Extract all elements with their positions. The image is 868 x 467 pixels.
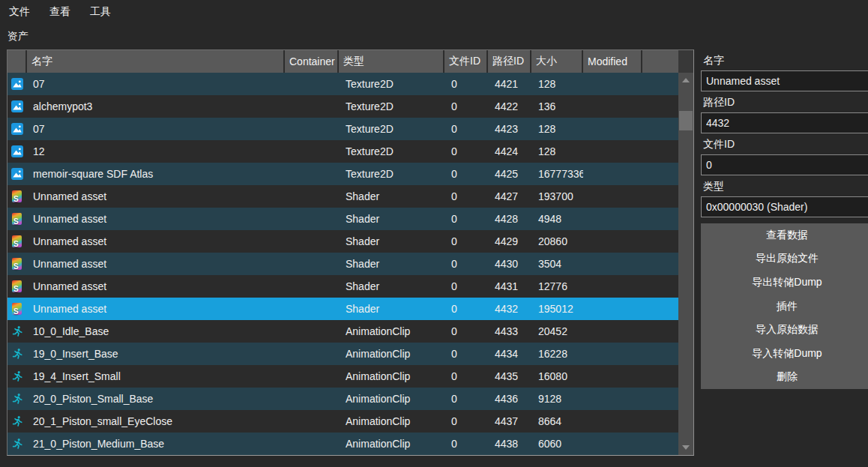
cell-fileid: 0 [444, 410, 488, 433]
pathid-field-label: 路径ID [703, 96, 868, 109]
cell-modified [583, 388, 642, 410]
cell-type: Texture2D [339, 140, 444, 163]
header-name-column[interactable]: 名字 [27, 50, 285, 73]
shader-icon [12, 280, 22, 292]
cell-size: 8664 [531, 410, 583, 433]
table-row[interactable]: 19_4_Insert_Small AnimationClip 0 4435 1… [7, 365, 678, 388]
table-row[interactable]: 20_0_Piston_Small_Base AnimationClip 0 4… [7, 388, 678, 410]
type-field[interactable] [701, 196, 868, 217]
scrollbar-thumb[interactable] [679, 111, 693, 130]
cell-extra [642, 433, 678, 455]
cell-pathid: 4438 [488, 433, 531, 455]
header-extra-column[interactable] [642, 50, 678, 73]
header-icon-column[interactable] [7, 50, 27, 73]
table-row[interactable]: 19_0_Insert_Base AnimationClip 0 4434 16… [7, 343, 678, 365]
cell-container [285, 118, 339, 140]
cell-fileid: 0 [444, 365, 488, 388]
plugin-button[interactable]: 插件 [701, 295, 868, 319]
cell-fileid: 0 [444, 253, 488, 275]
cell-size: 136 [531, 95, 583, 118]
cell-type: Shader [339, 230, 444, 253]
cell-modified [583, 343, 642, 365]
cell-fileid: 0 [444, 230, 488, 253]
cell-pathid: 4432 [488, 298, 531, 320]
cell-pathid: 4427 [488, 185, 531, 208]
detail-panel: 名字 路径ID 文件ID 类型 查看数据 导出原始文件 导出转储Dump 插件 … [701, 49, 868, 389]
scroll-up-button[interactable] [678, 73, 693, 88]
cell-container [285, 343, 339, 365]
scroll-down-button[interactable] [678, 440, 693, 455]
table-row[interactable]: 12 Texture2D 0 4424 128 [7, 140, 678, 163]
table-row[interactable]: 07 Texture2D 0 4423 128 [7, 118, 678, 140]
header-fileid-column[interactable]: 文件ID [444, 50, 488, 73]
cell-pathid: 4429 [488, 230, 531, 253]
arrow-up-icon [682, 78, 690, 82]
header-pathid-column[interactable]: 路径ID [488, 50, 531, 73]
fileid-field[interactable] [701, 154, 868, 175]
cell-pathid: 4430 [488, 253, 531, 275]
export-dump-button[interactable]: 导出转储Dump [701, 271, 868, 295]
table-row[interactable]: 07 Texture2D 0 4421 128 [7, 73, 678, 95]
table-row[interactable]: 20_1_Piston_small_EyeClose AnimationClip… [7, 410, 678, 433]
export-raw-button[interactable]: 导出原始文件 [701, 247, 868, 271]
cell-name: Unnamed asset [27, 275, 285, 298]
cell-name: 12 [27, 140, 285, 163]
header-size-column[interactable]: 大小 [531, 50, 583, 73]
menu-item-view[interactable]: 查看 [48, 4, 72, 19]
table-row[interactable]: Unnamed asset Shader 0 4427 193700 [7, 185, 678, 208]
table-row[interactable]: Unnamed asset Shader 0 4429 20860 [7, 230, 678, 253]
cell-extra [642, 185, 678, 208]
cell-type: AnimationClip [339, 410, 444, 433]
cell-fileid: 0 [444, 388, 488, 410]
name-field[interactable] [701, 70, 868, 91]
table-row[interactable]: alchemypot3 Texture2D 0 4422 136 [7, 95, 678, 118]
pathid-field[interactable] [701, 112, 868, 133]
cell-extra [642, 275, 678, 298]
cell-container [285, 410, 339, 433]
cell-fileid: 0 [444, 275, 488, 298]
table-row[interactable]: Unnamed asset Shader 0 4430 3504 [7, 253, 678, 275]
cell-pathid: 4434 [488, 343, 531, 365]
table-row[interactable]: memoir-square SDF Atlas Texture2D 0 4425… [7, 163, 678, 185]
cell-size: 12776 [531, 275, 583, 298]
table-row[interactable]: 21_0_Piston_Medium_Base AnimationClip 0 … [7, 433, 678, 455]
cell-pathid: 4437 [488, 410, 531, 433]
cell-modified [583, 208, 642, 230]
cell-pathid: 4436 [488, 388, 531, 410]
cell-name: Unnamed asset [27, 253, 285, 275]
name-field-label: 名字 [703, 54, 868, 67]
cell-container [285, 208, 339, 230]
cell-size: 9128 [531, 388, 583, 410]
table-row[interactable]: 10_0_Idle_Base AnimationClip 0 4433 2045… [7, 320, 678, 343]
cell-container [285, 253, 339, 275]
action-button-panel: 查看数据 导出原始文件 导出转储Dump 插件 导入原始数据 导入转储Dump … [701, 223, 868, 389]
shader-icon [12, 303, 22, 315]
header-modified-column[interactable]: Modified [583, 50, 642, 73]
scrollbar-track[interactable] [678, 88, 693, 440]
header-type-column[interactable]: 类型 [339, 50, 444, 73]
texture2d-icon [11, 145, 23, 157]
menu-item-tools[interactable]: 工具 [88, 4, 112, 19]
cell-size: 3504 [531, 253, 583, 275]
delete-button[interactable]: 删除 [701, 365, 868, 389]
import-dump-button[interactable]: 导入转储Dump [701, 342, 868, 366]
cell-name: 20_0_Piston_Small_Base [27, 388, 285, 410]
view-data-button[interactable]: 查看数据 [701, 223, 868, 247]
cell-name: 19_0_Insert_Base [27, 343, 285, 365]
cell-modified [583, 433, 642, 455]
table-row[interactable]: Unnamed asset Shader 0 4432 195012 [7, 298, 678, 320]
cell-type: Shader [339, 275, 444, 298]
vertical-scrollbar[interactable] [678, 73, 693, 455]
cell-extra [642, 95, 678, 118]
table-row[interactable]: Unnamed asset Shader 0 4428 4948 [7, 208, 678, 230]
table-row[interactable]: Unnamed asset Shader 0 4431 12776 [7, 275, 678, 298]
menu-item-file[interactable]: 文件 [7, 4, 31, 19]
cell-pathid: 4422 [488, 95, 531, 118]
cell-extra [642, 298, 678, 320]
cell-size: 20452 [531, 320, 583, 343]
header-container-column[interactable]: Container [285, 50, 339, 73]
import-raw-button[interactable]: 导入原始数据 [701, 318, 868, 342]
texture2d-icon [11, 100, 23, 112]
cell-extra [642, 343, 678, 365]
cell-modified [583, 253, 642, 275]
